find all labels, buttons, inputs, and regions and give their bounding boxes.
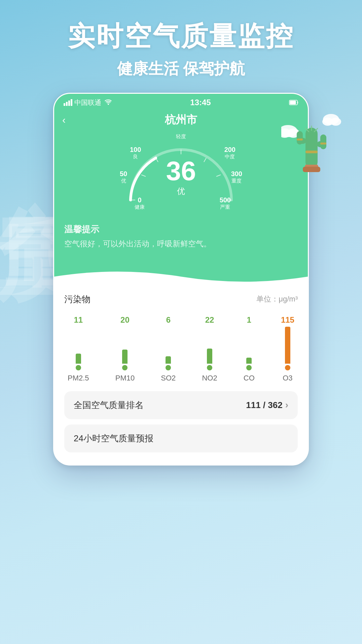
- pm25-bar-container: [76, 327, 81, 370]
- status-bar: 中国联通 13:45: [54, 94, 308, 110]
- svg-point-5: [330, 118, 341, 126]
- phone-mockup: 中国联通 13:45 ‹ 杭州市: [53, 93, 309, 466]
- svg-rect-17: [303, 167, 320, 172]
- ranking-card[interactable]: 全国空气质量排名 111 / 362 ›: [64, 391, 298, 419]
- pollutant-item-pm25: 11 PM2.5: [68, 315, 89, 383]
- pollutants-title: 污染物: [64, 293, 90, 305]
- hero-subtitle: 健康生活 保驾护航: [0, 58, 362, 79]
- city-name: 杭州市: [165, 113, 197, 127]
- svg-rect-8: [297, 131, 303, 145]
- ranking-number: 111 / 362: [246, 400, 282, 410]
- pm25-bar: [76, 354, 81, 364]
- co-value: 1: [247, 315, 251, 325]
- co-bar-container: [246, 327, 252, 370]
- o3-value: 115: [281, 315, 294, 325]
- no2-value: 22: [205, 315, 214, 325]
- so2-value: 6: [166, 315, 171, 325]
- hero-title: 实时空气质量监控: [0, 20, 362, 52]
- tips-title: 温馨提示: [64, 224, 298, 235]
- svg-rect-14: [305, 151, 318, 153]
- so2-bar-container: [166, 327, 171, 370]
- svg-line-26: [141, 175, 146, 176]
- pollutant-item-co: 1 CO: [244, 315, 255, 383]
- ranking-arrow: ›: [285, 400, 288, 410]
- gauge-label-0: 0 健康: [135, 196, 145, 210]
- cactus-decoration: [281, 101, 342, 175]
- white-section: 污染物 单位：μg/m³ 11 PM2.5 20 PM10: [54, 287, 308, 465]
- wave-section: [54, 267, 308, 287]
- pm10-dot: [122, 365, 128, 370]
- forecast-card[interactable]: 24小时空气质量预报: [64, 425, 298, 452]
- wifi-icon: [105, 99, 112, 107]
- back-button[interactable]: ‹: [62, 114, 66, 126]
- wave-svg: [54, 267, 308, 287]
- pollutant-item-pm10: 20 PM10: [115, 315, 135, 383]
- co-bar: [246, 358, 252, 364]
- aqi-section: 轻度 100 良 200 中度 50 优 300 重度 0 健康: [54, 133, 308, 220]
- pollutant-item-no2: 22 NO2: [202, 315, 217, 383]
- co-dot: [246, 365, 252, 370]
- no2-label: NO2: [202, 374, 217, 383]
- pm25-value: 11: [74, 315, 83, 325]
- o3-label: O3: [283, 374, 292, 383]
- pm10-bar-container: [122, 327, 128, 370]
- hero-section: 实时空气质量监控 健康生活 保驾护航: [0, 0, 362, 79]
- app-header: ‹ 杭州市: [54, 110, 308, 133]
- pm10-value: 20: [120, 315, 130, 325]
- status-left: 中国联通: [64, 98, 112, 107]
- so2-bar: [166, 356, 171, 364]
- so2-dot: [166, 365, 171, 370]
- carrier-label: 中国联通: [74, 98, 101, 107]
- o3-bar-container: [285, 327, 290, 370]
- forecast-label: 24小时空气质量预报: [74, 433, 153, 443]
- gauge-label-300: 300 重度: [231, 170, 242, 184]
- pollutants-header: 污染物 单位：μg/m³: [64, 287, 298, 309]
- gauge-label-500: 500 严重: [220, 196, 231, 210]
- gauge-label-50: 50 优: [120, 170, 127, 184]
- co-label: CO: [244, 374, 255, 383]
- aqi-value-container: 36 优: [166, 158, 196, 197]
- ranking-value: 111 / 362 ›: [246, 400, 288, 410]
- no2-bar-container: [207, 327, 212, 370]
- pollutant-item-o3: 115 O3: [281, 315, 294, 383]
- svg-rect-16: [320, 143, 326, 145]
- gauge-label-100: 100 良: [130, 146, 141, 160]
- svg-line-23: [204, 158, 206, 162]
- pm10-bar: [122, 350, 128, 364]
- gauge-container: 轻度 100 良 200 中度 50 优 300 重度 0 健康: [117, 136, 245, 210]
- aqi-number: 36: [166, 158, 196, 185]
- pollutants-grid: 11 PM2.5 20 PM10 6: [64, 309, 298, 386]
- no2-bar: [207, 349, 212, 364]
- so2-label: SO2: [161, 374, 176, 383]
- pm25-label: PM2.5: [68, 374, 89, 383]
- pollutant-item-so2: 6 SO2: [161, 315, 176, 383]
- no2-dot: [207, 365, 212, 370]
- tips-content: 空气很好，可以外出活动，呼吸新鲜空气。: [64, 238, 298, 250]
- aqi-quality-label: 优: [166, 186, 196, 197]
- svg-rect-6: [305, 128, 318, 168]
- status-time: 13:45: [190, 98, 211, 107]
- svg-rect-10: [320, 134, 326, 149]
- gauge-label-200: 200 中度: [224, 146, 236, 160]
- signal-icon: [64, 99, 72, 106]
- pollutants-unit: 单位：μg/m³: [256, 294, 298, 304]
- o3-dot: [285, 365, 290, 370]
- pm10-label: PM10: [115, 374, 135, 383]
- tips-section: 温馨提示 空气很好，可以外出活动，呼吸新鲜空气。: [54, 220, 308, 267]
- ranking-label: 全国空气质量排名: [74, 399, 144, 411]
- pm25-dot: [76, 365, 81, 370]
- o3-bar: [285, 327, 290, 364]
- svg-rect-15: [297, 138, 303, 140]
- svg-line-27: [216, 175, 221, 176]
- gauge-label-top: 轻度: [176, 133, 186, 139]
